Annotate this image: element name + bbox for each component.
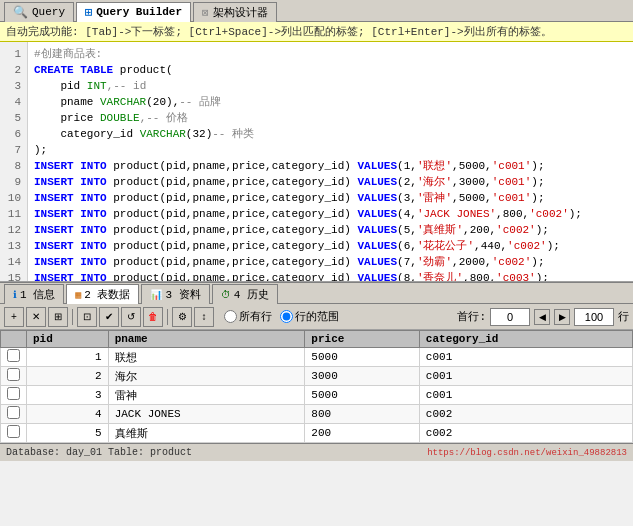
sql-editor[interactable]: 12345678910111213141516171819202122 #创建商… [0,42,633,282]
row-checkbox-1[interactable] [7,368,20,381]
line-numbers: 12345678910111213141516171819202122 [0,42,28,282]
token: '海尔' [417,176,452,188]
tool-btn-3[interactable]: ⊞ [48,307,68,327]
cell-pid[interactable]: 5 [27,424,109,443]
tab-info[interactable]: ℹ 1 信息 [4,284,64,304]
pagination-group: 首行: ◀ ▶ 行 [457,308,629,326]
token: ); [531,160,544,172]
token: VALUES [357,272,397,282]
token: '劲霸' [417,256,452,268]
token: INSERT INTO [34,208,107,220]
token: product(pid,pname,price,category_id) [107,240,358,252]
line-number-3: 3 [6,78,21,94]
cell-pname[interactable]: 雷神 [108,386,305,405]
cell-pname[interactable]: 联想 [108,348,305,367]
token: -- 品牌 [179,96,221,108]
nav-next-btn[interactable]: ▶ [554,309,570,325]
cell-pname[interactable]: JACK JONES [108,405,305,424]
col-header-price[interactable]: price [305,331,420,348]
row-checkbox-2[interactable] [7,387,20,400]
tool-btn-6[interactable]: ↺ [121,307,141,327]
row-checkbox-4[interactable] [7,425,20,438]
top-tab-bar: 🔍 Query ⊞ Query Builder ⊠ 架构设计器 [0,0,633,22]
token: CREATE TABLE [34,64,113,76]
cell-category-id[interactable]: c001 [419,367,632,386]
tool-btn-5[interactable]: ✔ [99,307,119,327]
radio-all-label[interactable]: 所有行 [224,309,272,324]
token: INSERT INTO [34,272,107,282]
tab-history[interactable]: ⏱ 4 历史 [212,284,278,304]
cell-pid[interactable]: 2 [27,367,109,386]
tab-designer[interactable]: ⊠ 架构设计器 [193,2,277,22]
cell-pid[interactable]: 3 [27,386,109,405]
cell-price[interactable]: 5000 [305,348,420,367]
line-number-5: 5 [6,110,21,126]
code-line-7: ); [34,142,627,158]
cell-price[interactable]: 5000 [305,386,420,405]
row-checkbox-3[interactable] [7,406,20,419]
radio-range-label[interactable]: 行的范围 [280,309,339,324]
token: ,3000, [452,176,492,188]
code-line-14: INSERT INTO product(pid,pname,price,cate… [34,254,627,270]
page-size-input[interactable] [574,308,614,326]
token: '联想' [417,160,452,172]
tool-btn-9[interactable]: ↕ [194,307,214,327]
tool-btn-7[interactable]: 🗑 [143,307,163,327]
nav-prev-btn[interactable]: ◀ [534,309,550,325]
tool-btn-2[interactable]: ✕ [26,307,46,327]
cell-pname[interactable]: 海尔 [108,367,305,386]
token: INSERT INTO [34,256,107,268]
data-table-container[interactable]: pid pname price category_id 1联想5000c0012… [0,330,633,443]
col-header-pid[interactable]: pid [27,331,109,348]
row-checkbox-0[interactable] [7,349,20,362]
cell-pname[interactable]: 真维斯 [108,424,305,443]
token: ,200, [463,224,496,236]
tab-query-label: Query [32,6,65,18]
token: ,-- 价格 [140,112,188,124]
row-range-group: 所有行 行的范围 [224,309,339,324]
token: product(pid,pname,price,category_id) [107,224,358,236]
data-toolbar: + ✕ ⊞ ⊡ ✔ ↺ 🗑 ⚙ ↕ 所有行 行的范围 首行: ◀ ▶ 行 [0,304,633,330]
tab-data[interactable]: ▦ 2 表数据 [66,284,139,304]
cell-pid[interactable]: 1 [27,348,109,367]
code-line-11: INSERT INTO product(pid,pname,price,cate… [34,206,627,222]
cell-price[interactable]: 200 [305,424,420,443]
cell-pid[interactable]: 4 [27,405,109,424]
line-number-1: 1 [6,46,21,62]
query-icon: 🔍 [13,5,28,20]
col-header-category[interactable]: category_id [419,331,632,348]
cell-category-id[interactable]: c002 [419,424,632,443]
token: '雷神' [417,192,452,204]
col-header-pname[interactable]: pname [108,331,305,348]
tool-btn-8[interactable]: ⚙ [172,307,192,327]
code-area[interactable]: #创建商品表:CREATE TABLE product( pid INT,-- … [28,42,633,282]
tab-query-builder[interactable]: ⊞ Query Builder [76,2,191,22]
tab-data-label: 2 表数据 [84,287,130,302]
token: product(pid,pname,price,category_id) [107,192,358,204]
sql-content: 12345678910111213141516171819202122 #创建商… [0,42,633,282]
cell-category-id[interactable]: c001 [419,386,632,405]
radio-range[interactable] [280,310,293,323]
token: ,800, [496,208,529,220]
token: product(pid,pname,price,category_id) [107,160,358,172]
token: VALUES [357,256,397,268]
tab-query[interactable]: 🔍 Query [4,2,74,22]
token: ,800, [463,272,496,282]
tool-btn-4[interactable]: ⊡ [77,307,97,327]
tool-btn-1[interactable]: + [4,307,24,327]
radio-all-text: 所有行 [239,309,272,324]
toolbar-sep-1 [72,309,73,325]
token: ); [536,224,549,236]
table-row: 1联想5000c001 [1,348,633,367]
tab-resource[interactable]: 📊 3 资料 [141,284,209,304]
token: ,-- id [107,80,147,92]
cell-price[interactable]: 800 [305,405,420,424]
cell-category-id[interactable]: c002 [419,405,632,424]
code-line-1: #创建商品表: [34,46,627,62]
code-line-2: CREATE TABLE product( [34,62,627,78]
line-number-15: 15 [6,270,21,282]
cell-category-id[interactable]: c001 [419,348,632,367]
cell-price[interactable]: 3000 [305,367,420,386]
first-row-input[interactable] [490,308,530,326]
radio-all[interactable] [224,310,237,323]
